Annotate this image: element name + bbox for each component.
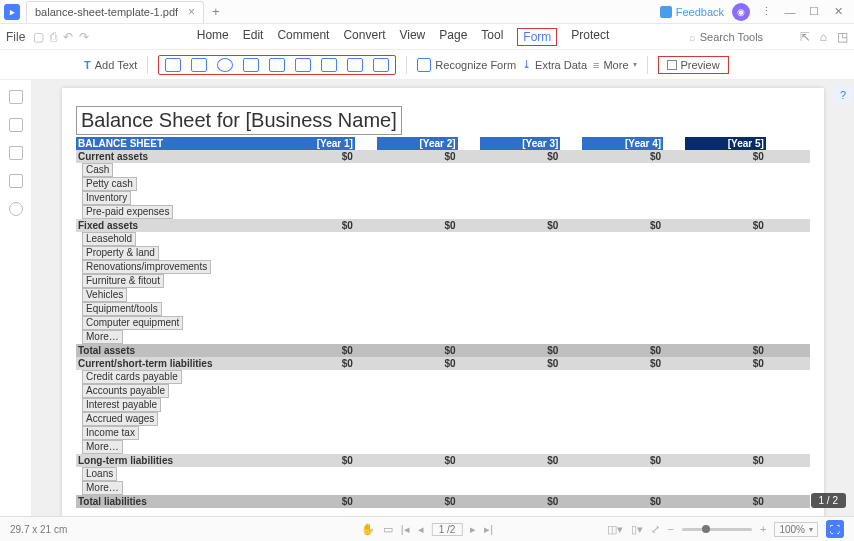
print-icon[interactable]: ⎙ bbox=[50, 30, 57, 44]
fit-width-icon[interactable]: ◫▾ bbox=[607, 523, 623, 536]
help-icon[interactable]: ? bbox=[834, 86, 852, 104]
close-tab-icon[interactable]: × bbox=[188, 5, 195, 19]
hand-tool-icon[interactable]: ✋ bbox=[361, 523, 375, 536]
form-field[interactable]: More… bbox=[82, 330, 123, 344]
form-field[interactable]: Interest payable bbox=[82, 398, 161, 412]
preview-button[interactable]: Preview bbox=[658, 56, 729, 74]
form-field[interactable]: Petty cash bbox=[82, 177, 137, 191]
signature-field-icon[interactable] bbox=[347, 58, 363, 72]
form-field[interactable]: Equipment/tools bbox=[82, 302, 162, 316]
balance-sheet-table: BALANCE SHEET[Year 1][Year 2][Year 3][Ye… bbox=[76, 137, 810, 516]
undo-icon[interactable]: ↶ bbox=[63, 30, 73, 44]
attachments-panel-icon[interactable] bbox=[9, 174, 23, 188]
close-window-button[interactable]: ✕ bbox=[826, 5, 850, 18]
feedback-link[interactable]: Feedback bbox=[660, 6, 724, 18]
add-text-button[interactable]: TAdd Text bbox=[84, 59, 137, 71]
menu-protect[interactable]: Protect bbox=[571, 28, 609, 46]
form-field[interactable]: More… bbox=[82, 440, 123, 454]
home-icon[interactable]: ⌂ bbox=[820, 30, 827, 44]
thumbnails-panel-icon[interactable] bbox=[9, 90, 23, 104]
file-menu[interactable]: File bbox=[6, 30, 25, 44]
form-field[interactable]: Renovations/improvements bbox=[82, 260, 211, 274]
user-avatar[interactable]: ◉ bbox=[732, 3, 750, 21]
button-field-icon[interactable] bbox=[295, 58, 311, 72]
annotations-panel-icon[interactable] bbox=[9, 146, 23, 160]
image-field-icon[interactable] bbox=[321, 58, 337, 72]
extra-data-button[interactable]: ⤓Extra Data bbox=[522, 58, 587, 71]
text-field-icon[interactable] bbox=[165, 58, 181, 72]
form-field[interactable]: Loans bbox=[82, 467, 117, 481]
form-field[interactable]: Inventory bbox=[82, 191, 131, 205]
share-icon[interactable]: ⇱ bbox=[800, 30, 810, 44]
zoom-slider[interactable] bbox=[682, 528, 752, 531]
last-page-icon[interactable]: ▸| bbox=[484, 523, 493, 536]
recognize-form-button[interactable]: Recognize Form bbox=[417, 58, 516, 72]
tab-filename: balance-sheet-template-1.pdf bbox=[35, 6, 178, 18]
form-field[interactable]: Property & land bbox=[82, 246, 159, 260]
menu-form[interactable]: Form bbox=[517, 28, 557, 46]
form-field[interactable]: Leasehold bbox=[82, 232, 136, 246]
form-field[interactable]: Accrued wages bbox=[82, 412, 158, 426]
fields-panel-icon[interactable] bbox=[9, 202, 23, 216]
recognize-icon bbox=[417, 58, 431, 72]
date-field-icon[interactable] bbox=[373, 58, 389, 72]
feedback-icon bbox=[660, 6, 672, 18]
app-icon: ▸ bbox=[4, 4, 20, 20]
document-page: Balance Sheet for [Business Name] BALANC… bbox=[62, 88, 824, 516]
search-icon: ⌕ bbox=[689, 31, 696, 43]
preview-icon bbox=[667, 60, 677, 70]
list-field-icon[interactable] bbox=[269, 58, 285, 72]
search-input[interactable] bbox=[700, 31, 780, 43]
form-field[interactable]: Credit cards payable bbox=[82, 370, 182, 384]
fullscreen-button[interactable]: ⛶ bbox=[826, 520, 844, 538]
menu-comment[interactable]: Comment bbox=[277, 28, 329, 46]
document-title[interactable]: Balance Sheet for [Business Name] bbox=[76, 106, 402, 135]
page-number[interactable]: 1 /2 bbox=[432, 523, 463, 536]
form-field[interactable]: Accounts payable bbox=[82, 384, 169, 398]
select-tool-icon[interactable]: ▭ bbox=[383, 523, 393, 536]
radio-field-icon[interactable] bbox=[217, 58, 233, 72]
fit-icon[interactable]: ⤢ bbox=[651, 523, 660, 536]
prev-page-icon[interactable]: ◂ bbox=[418, 523, 424, 536]
expand-icon[interactable]: ◳ bbox=[837, 30, 848, 44]
form-field[interactable]: Computer equipment bbox=[82, 316, 183, 330]
menu-page[interactable]: Page bbox=[439, 28, 467, 46]
add-tab-button[interactable]: + bbox=[212, 4, 220, 19]
document-tab[interactable]: balance-sheet-template-1.pdf × bbox=[26, 1, 204, 23]
form-field[interactable]: More… bbox=[82, 481, 123, 495]
first-page-icon[interactable]: |◂ bbox=[401, 523, 410, 536]
form-field[interactable]: Pre-paid expenses bbox=[82, 205, 173, 219]
menu-edit[interactable]: Edit bbox=[243, 28, 264, 46]
combo-field-icon[interactable] bbox=[243, 58, 259, 72]
form-tools-group bbox=[158, 55, 396, 75]
page-dimensions: 29.7 x 21 cm bbox=[10, 524, 67, 535]
page-indicator: 1 / 2 bbox=[811, 493, 846, 508]
bookmarks-panel-icon[interactable] bbox=[9, 118, 23, 132]
zoom-in-icon[interactable]: + bbox=[760, 523, 766, 535]
kebab-icon[interactable]: ⋮ bbox=[754, 5, 778, 18]
form-field[interactable]: Vehicles bbox=[82, 288, 127, 302]
menu-view[interactable]: View bbox=[399, 28, 425, 46]
zoom-value[interactable]: 100%▾ bbox=[774, 522, 818, 537]
more-button[interactable]: ≡More▾ bbox=[593, 59, 636, 71]
menu-tool[interactable]: Tool bbox=[481, 28, 503, 46]
minimize-button[interactable]: — bbox=[778, 6, 802, 18]
maximize-button[interactable]: ☐ bbox=[802, 5, 826, 18]
form-field[interactable]: Income tax bbox=[82, 426, 139, 440]
menu-home[interactable]: Home bbox=[197, 28, 229, 46]
menu-convert[interactable]: Convert bbox=[343, 28, 385, 46]
single-page-icon[interactable]: ▯▾ bbox=[631, 523, 643, 536]
checkbox-field-icon[interactable] bbox=[191, 58, 207, 72]
next-page-icon[interactable]: ▸ bbox=[470, 523, 476, 536]
redo-icon[interactable]: ↷ bbox=[79, 30, 89, 44]
form-field[interactable]: Furniture & fitout bbox=[82, 274, 164, 288]
zoom-out-icon[interactable]: − bbox=[668, 523, 674, 535]
form-field[interactable]: Cash bbox=[82, 163, 113, 177]
save-icon[interactable]: ▢ bbox=[33, 30, 44, 44]
